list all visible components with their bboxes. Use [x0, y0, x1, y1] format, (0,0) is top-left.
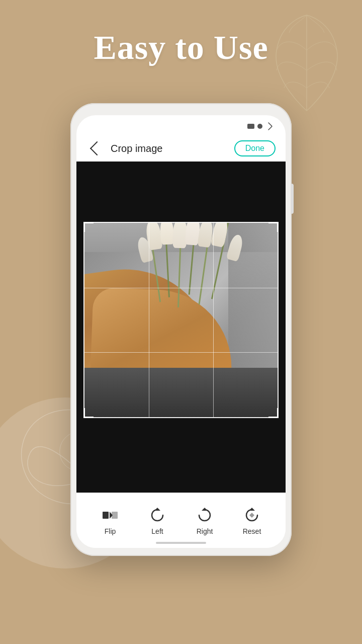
back-button[interactable] [86, 139, 105, 157]
status-icon-3 [264, 122, 273, 131]
corner-handle-br[interactable] [268, 408, 279, 418]
phone-side-button [291, 184, 294, 214]
status-bar [247, 123, 272, 129]
rotate-left-tool[interactable]: Left [137, 506, 177, 535]
status-icon-1 [247, 124, 254, 129]
svg-rect-2 [112, 512, 118, 519]
corner-handle-tl[interactable] [83, 222, 94, 232]
grid-line-v1 [149, 223, 149, 417]
bottom-toolbar: Flip Left [76, 493, 286, 548]
phone-screen: Crop image Done [76, 115, 286, 548]
grid-line-h2 [84, 352, 278, 353]
flip-icon [101, 506, 119, 524]
image-container [76, 162, 286, 514]
home-indicator [156, 542, 206, 544]
svg-marker-5 [249, 508, 255, 511]
rotate-right-tool[interactable]: Right [185, 506, 225, 535]
phone-mockup: Crop image Done [70, 103, 292, 556]
rotate-right-icon [196, 506, 214, 524]
svg-marker-4 [202, 508, 208, 511]
reset-icon [243, 506, 261, 524]
rotate-left-icon [148, 506, 166, 524]
svg-marker-3 [154, 508, 160, 511]
svg-rect-0 [103, 512, 109, 519]
done-button[interactable]: Done [234, 140, 276, 156]
status-icon-2 [257, 124, 262, 129]
back-arrow-icon [90, 141, 104, 155]
corner-handle-bl[interactable] [83, 408, 94, 418]
grid-line-h1 [84, 288, 278, 288]
crop-title: Crop image [111, 143, 234, 154]
page-title: Easy to Use [0, 28, 362, 67]
grid-line-v2 [213, 223, 214, 417]
corner-handle-tr[interactable] [268, 222, 279, 232]
reset-tool[interactable]: Reset [232, 506, 272, 535]
crop-area[interactable] [83, 222, 279, 418]
rotate-right-label: Right [197, 527, 213, 535]
reset-label: Reset [243, 527, 261, 535]
flip-tool[interactable]: Flip [90, 506, 130, 535]
flip-label: Flip [105, 527, 116, 535]
top-bar: Crop image Done [76, 135, 286, 162]
rotate-left-label: Left [151, 527, 163, 535]
